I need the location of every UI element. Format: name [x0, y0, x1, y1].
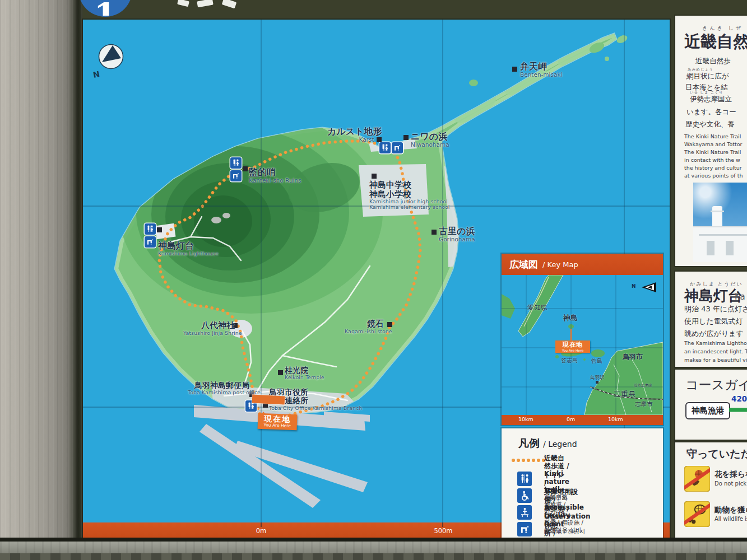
key-map-header: 広域図 / Key Map — [502, 254, 663, 275]
label-kamishima-lighthouse: 神島灯台 Kamishima Lighthouse — [158, 241, 219, 256]
key-map-compass-n: N — [632, 283, 636, 289]
rules-panel: 守っていただ 花を採らな Do not pick 動物を獲ら All wildl… — [675, 442, 747, 539]
badge-number: 1 — [78, 0, 132, 16]
label-yatsushiro-shrine: 八代神社 Yatsushiro Jinja Shrine — [201, 321, 242, 336]
key-map-you-are-here: 現在地 You Are Here — [555, 340, 590, 353]
scale-label-500m: 500m — [429, 527, 457, 535]
key-map-scale-bar: 10km 0m 10km — [502, 415, 663, 425]
place-marker — [278, 370, 283, 375]
toilet-icon — [145, 223, 156, 235]
clipped-title-fragment — [197, 0, 213, 7]
course-distance: 420m — [731, 394, 747, 403]
place-marker — [157, 227, 162, 232]
course-guide-panel: コースガイド 420m 神島漁港 — [675, 370, 747, 440]
signboard-photo: 1 — [0, 0, 747, 560]
key-map-title-jp: 広域図 — [509, 258, 538, 271]
no-flower-picking-icon — [684, 466, 710, 492]
ledge-shadow — [0, 538, 747, 542]
lighthouse-title-en: Ka — [735, 292, 745, 302]
scale-tick — [261, 522, 262, 527]
label-shima-city: 志摩市 — [635, 400, 653, 408]
trail-info-panel: きんき しぜ 近畿自然 近畿自然歩 あみめじょう 網目状に広が 日本海とを結 い… — [675, 16, 747, 266]
place-marker — [432, 230, 437, 235]
lighthouse-building — [693, 226, 747, 262]
no-catching-wildlife-icon — [684, 501, 710, 527]
label-aichi: 愛知県 — [527, 303, 548, 312]
key-map-canvas: N 愛知県 神島 答志島 菅島 鳥羽市 鳥羽駅 三重県 志摩市 近鉄志摩線 現在… — [502, 275, 663, 415]
rest-area-icon — [230, 170, 242, 181]
scale-tick — [442, 522, 443, 527]
rest-area-icon — [392, 142, 403, 153]
label-keikoin-temple: 桂光院 Keikoin Temple — [285, 366, 324, 381]
label-niwanohama: ニワの浜 Niwanohama — [411, 132, 449, 148]
label-sugashima: 菅島 — [591, 357, 602, 365]
legend-title: 凡例/ Legend — [518, 436, 577, 451]
terminal-highlight — [252, 394, 285, 404]
label-kamishima-schools: 神島中学校 神島小学校 Kamishima junior high school… — [369, 180, 449, 211]
observation-point-icon — [517, 505, 532, 520]
label-mie-pref: 三重県 — [614, 389, 635, 399]
label-kintetsu-line: 近鉄志摩線 — [634, 383, 652, 388]
wood-grain — [0, 0, 83, 560]
wood-post — [0, 0, 83, 560]
place-marker — [372, 174, 377, 179]
place-marker — [403, 135, 409, 140]
compass-n-label: N — [92, 69, 100, 80]
course-arrow-icon — [729, 404, 747, 416]
key-map-title-en: / Key Map — [542, 260, 578, 269]
lighthouse-info-panel: かみしま とうだい 神島灯台 Ka 明治 43 年に点灯さ 使用した電気式灯 眺… — [675, 272, 747, 367]
label-gorinohama: 古里の浜 Gorinohama — [439, 226, 475, 242]
rest-area-icon — [517, 522, 532, 536]
clipped-title-fragment — [222, 0, 237, 8]
label-kamishima: 神島 — [563, 313, 578, 323]
clipped-title-fragment — [177, 0, 189, 7]
legend-panel: 凡例/ Legend 近畿自然歩道 / Kinki nature trail 近… — [502, 428, 663, 539]
label-toba-city: 鳥羽市 — [623, 352, 643, 362]
lighthouse-photo — [693, 183, 747, 262]
course-start-box: 神島漁港 — [685, 402, 730, 419]
ground-strip — [0, 553, 747, 560]
label-kanteki-sho: 監的哨 Kanteki-sho Ruins — [249, 167, 301, 184]
place-marker — [512, 67, 517, 72]
key-map-panel: 広域図 / Key Map — [502, 254, 663, 425]
toilet-icon — [517, 472, 532, 486]
label-kagami-ishi: 鏡石 Kagami-ishi stone — [367, 319, 392, 334]
key-scale-right: 10km — [608, 416, 623, 422]
key-scale-left: 10km — [518, 416, 533, 422]
toilet-icon — [230, 157, 242, 169]
you-are-here-callout: 現在地 You Are Here — [258, 413, 298, 430]
toilet-icon — [379, 142, 391, 153]
compass-rose-icon: N — [98, 43, 131, 79]
ledge-grain — [0, 542, 747, 553]
key-map-compass-icon: N — [632, 282, 656, 293]
rest-area-icon — [145, 236, 156, 248]
label-toshijima: 答志島 — [561, 357, 578, 365]
wheelchair-icon — [517, 488, 532, 503]
scale-label-0m: 0m — [253, 527, 270, 535]
label-post-office: 鳥羽神島郵便局 Toba Kamishima post office — [194, 381, 261, 396]
label-karst: カルスト地形 Karst — [327, 127, 382, 143]
place-marker — [243, 166, 248, 171]
label-toba-station: 鳥羽駅 — [590, 375, 605, 381]
wooden-ledge — [0, 542, 747, 553]
route-number-badge: 1 — [78, 0, 132, 17]
key-scale-center: 0m — [567, 416, 575, 422]
trail-dotted-line-swatch — [512, 459, 545, 462]
label-benten-misaki: 弁天岬 Benten-misaki — [520, 62, 562, 78]
